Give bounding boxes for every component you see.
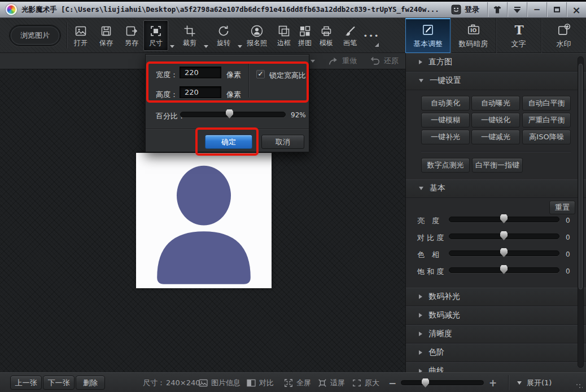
rotate-dropdown-arrow[interactable] (238, 45, 242, 48)
zoom-out-button[interactable]: − (388, 373, 396, 392)
plus-icon: + (489, 377, 497, 389)
hue-value: 0 (566, 250, 570, 258)
panel-scrollbar-track[interactable] (578, 56, 584, 368)
size-label: 尺寸 (149, 39, 163, 47)
cancel-button[interactable]: 取消 (261, 135, 304, 149)
image-size-readout: 尺寸：240×240 (143, 373, 200, 392)
quick-button-spot-metering[interactable]: 数字点测光 (421, 158, 470, 173)
quick-button-auto-exposure[interactable]: 自动曝光 (471, 96, 520, 111)
camera-icon: IO (466, 23, 481, 37)
prev-image-button[interactable]: 上一张 (10, 376, 42, 390)
next-image-button[interactable]: 下一张 (43, 376, 75, 390)
minus-icon: − (388, 377, 396, 389)
tab-text[interactable]: T 文字 (496, 18, 541, 53)
edit-square-icon (421, 23, 435, 37)
restore-icon (369, 55, 381, 67)
open-button[interactable]: 打开 (68, 20, 93, 51)
reset-button[interactable]: 重置 (549, 201, 575, 214)
compare-button[interactable]: 对比 (247, 373, 274, 392)
next-image-label: 下一张 (48, 378, 70, 388)
size-dropdown-arrow[interactable] (170, 45, 174, 48)
maximize-button[interactable] (547, 2, 566, 17)
image-info-button[interactable]: 图片信息 (199, 373, 240, 392)
crop-button[interactable]: 裁剪 (177, 20, 202, 51)
save-icon (99, 24, 113, 38)
template-icon (320, 24, 333, 38)
close-button[interactable]: × (567, 2, 586, 17)
avatar-silhouette (136, 153, 272, 288)
section-basic[interactable]: 基本 (406, 179, 586, 198)
quick-button-fill-light[interactable]: 一键补光 (421, 130, 470, 144)
hue-label: 色 相 (417, 250, 450, 260)
collapse-window-button[interactable] (508, 2, 527, 17)
section-one-key[interactable]: 一键设置 (406, 72, 586, 90)
crop-dropdown-arrow[interactable] (204, 45, 208, 48)
quick-button-wb-one-touch[interactable]: 白平衡一指键 (472, 158, 523, 173)
login-button[interactable]: 登录 (443, 2, 487, 17)
contrast-value: 0 (566, 234, 570, 241)
skin-button[interactable] (488, 2, 507, 17)
panel-scrollbar-thumb[interactable] (579, 64, 583, 289)
quick-button-blur[interactable]: 一键模糊 (421, 113, 470, 127)
section-clarity[interactable]: 清晰度 (406, 325, 586, 343)
section-levels[interactable]: 色阶 (406, 343, 586, 362)
rotate-button[interactable]: 旋转 (211, 20, 236, 51)
fit-screen-button[interactable]: 适屏 (318, 373, 345, 392)
more-tools-button[interactable]: ••• (360, 20, 383, 51)
save-as-button[interactable]: 另存 (119, 20, 144, 51)
original-size-button[interactable]: 原大 (352, 373, 379, 392)
redo-button[interactable]: 重做 (327, 53, 357, 69)
rotate-icon (217, 24, 230, 38)
fit-screen-label: 适屏 (330, 378, 345, 388)
quick-button-label: 高ISO降噪 (529, 132, 563, 142)
minimize-button[interactable]: − (527, 2, 546, 17)
delete-image-button[interactable]: 删除 (76, 376, 105, 390)
redo-label: 重做 (342, 56, 357, 66)
panel-divider (421, 151, 571, 152)
template-button[interactable]: 模板 (314, 20, 339, 51)
id-photo-button[interactable]: 报名照 (243, 20, 271, 51)
minimize-icon: − (533, 5, 541, 15)
section-label: 清晰度 (428, 329, 452, 339)
zoom-slider-handle[interactable] (422, 378, 429, 387)
section-fill-light[interactable]: 数码补光 (406, 288, 586, 306)
fullscreen-button[interactable]: 全屏 (284, 373, 311, 392)
section-histogram-label: 直方图 (428, 57, 452, 67)
expand-filmstrip-button[interactable]: 展开(1) (517, 373, 552, 392)
section-label: 曲线 (428, 366, 444, 372)
history-dropdown-arrow[interactable] (311, 60, 315, 63)
tab-watermark[interactable]: 水印 (541, 18, 586, 53)
annotation-box-size-fields (146, 61, 309, 103)
quick-button-dim-light[interactable]: 一键减光 (471, 130, 520, 144)
quick-button-iso-denoise[interactable]: 高ISO降噪 (522, 130, 571, 144)
quick-button-label: 自动曝光 (481, 98, 510, 108)
triangle-down-icon (419, 187, 423, 190)
quick-button-sharpen[interactable]: 一键锐化 (471, 113, 520, 127)
zoom-slider-track[interactable] (401, 380, 484, 385)
collage-icon (298, 24, 312, 38)
quick-button-auto-beautify[interactable]: 自动美化 (421, 96, 470, 111)
app-logo-icon (6, 4, 17, 15)
resize-grip[interactable] (576, 384, 583, 389)
tab-darkroom[interactable]: IO 数码暗房 (451, 18, 496, 53)
triangle-right-icon (419, 313, 422, 318)
brush-button[interactable]: 画笔 (338, 20, 362, 51)
section-curves[interactable]: 曲线 (406, 362, 586, 372)
contrast-label: 对 比 度 (417, 233, 450, 243)
zoom-in-button[interactable]: + (489, 373, 497, 392)
section-one-key-label: 一键设置 (430, 76, 461, 86)
photo-preview (136, 153, 272, 288)
tab-basic-adjust[interactable]: 基本调整 (405, 18, 451, 53)
quick-button-label: 一键减光 (481, 132, 510, 142)
brightness-value: 0 (566, 217, 570, 224)
quick-button-strong-whitebalance[interactable]: 严重白平衡 (522, 113, 571, 127)
browse-images-button[interactable]: 浏览图片 (9, 25, 61, 46)
quick-button-auto-whitebalance[interactable]: 自动白平衡 (522, 96, 571, 111)
section-dim-light[interactable]: 数码减光 (406, 306, 586, 325)
restore-button[interactable]: 还原 (369, 53, 399, 69)
delete-image-label: 删除 (83, 378, 98, 388)
save-button[interactable]: 保存 (94, 20, 119, 51)
status-bar: 上一张 下一张 删除 尺寸：240×240 图片信息 对比 全屏 适屏 原大 − (0, 372, 586, 392)
size-button[interactable]: 尺寸 (143, 20, 168, 51)
section-histogram[interactable]: 直方图 (406, 53, 586, 72)
